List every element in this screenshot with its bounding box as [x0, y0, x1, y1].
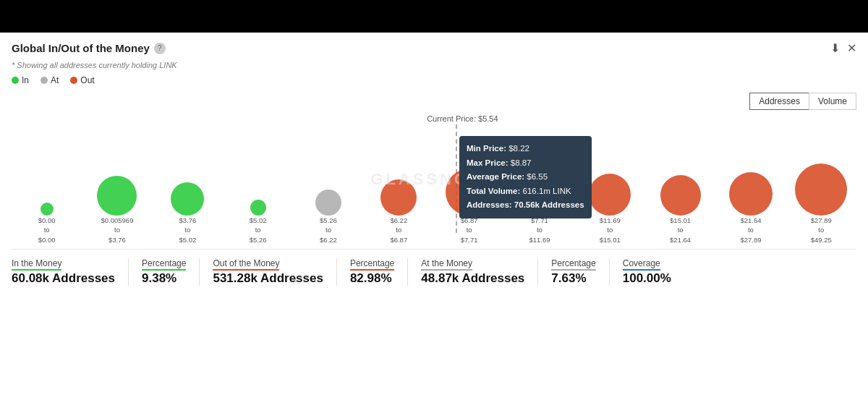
stat-label-3: Coverage — [623, 258, 671, 270]
stat-pct-value-2: 7.63% — [551, 271, 595, 286]
toggle-row: Addresses Volume — [12, 93, 856, 110]
price-label-2: $3.76to$5.02 — [153, 216, 223, 245]
stat-group-2: At the Money48.87k Addresses — [421, 258, 524, 286]
stat-group-3: Coverage100.00% — [623, 258, 671, 286]
widget-title: Global In/Out of the Money — [12, 42, 150, 54]
stat-pct-group-2: Percentage7.63% — [551, 258, 595, 286]
stat-sep-1 — [199, 258, 200, 286]
price-label-11: $27.89to$49.25 — [786, 216, 856, 245]
price-label-4: $5.26to$6.22 — [293, 216, 363, 245]
price-label-6: $6.87to$7.71 — [434, 216, 504, 245]
legend-out: Out — [70, 75, 94, 85]
bubble-col-4 — [293, 129, 363, 216]
bubble-col-3 — [223, 129, 293, 216]
stat-pct-label-1: Percentage — [350, 258, 394, 270]
stat-pct-sep-2 — [537, 258, 538, 286]
stat-value-0: 60.08k Addresses — [12, 271, 115, 286]
bubble-6[interactable] — [446, 169, 493, 216]
stat-label-2: At the Money — [421, 258, 524, 270]
expand-icon[interactable]: ✕ — [847, 41, 856, 55]
stat-pct-label-0: Percentage — [142, 258, 186, 270]
legend-label-in: In — [22, 75, 29, 85]
bubbles-row — [12, 129, 856, 216]
toggle-volume[interactable]: Volume — [809, 93, 856, 110]
bubble-col-9 — [645, 129, 715, 216]
stat-pct-sep-1 — [336, 258, 337, 286]
bubble-10[interactable] — [729, 172, 773, 216]
bubble-col-2 — [153, 129, 223, 216]
stat-sep-3 — [609, 258, 610, 286]
stat-pct-sep-0 — [128, 258, 129, 286]
stat-group-1: Out of the Money531.28k Addresses — [213, 258, 323, 286]
stats-row: In the Money60.08k AddressesPercentage9.… — [12, 254, 856, 286]
price-label-3: $5.02to$5.26 — [223, 216, 293, 245]
widget-container: Global In/Out of the Money ? ⬇ ✕ * Showi… — [0, 33, 868, 294]
top-bar — [0, 0, 868, 33]
legend-dot-at — [41, 77, 48, 84]
price-label-9: $15.01to$21.64 — [645, 216, 715, 245]
stat-pct-group-1: Percentage82.98% — [350, 258, 394, 286]
price-labels-row: $0.00to$0.00$0.005969to$3.76$3.76to$5.02… — [12, 216, 856, 245]
chart-area: Current Price: $5.54 GLASSNODE Min Price… — [12, 114, 856, 245]
bubble-col-11 — [786, 129, 856, 216]
legend-dot-in — [12, 77, 19, 84]
bubble-2[interactable] — [171, 182, 204, 216]
stat-sep-2 — [407, 258, 408, 286]
current-price-label: Current Price: $5.54 — [427, 114, 498, 123]
toggle-addresses[interactable]: Addresses — [749, 93, 809, 110]
legend-label-at: At — [51, 75, 59, 85]
stat-group-0: In the Money60.08k Addresses — [12, 258, 115, 286]
price-label-1: $0.005969to$3.76 — [82, 216, 152, 245]
stat-label-0: In the Money — [12, 258, 115, 270]
bubble-col-5 — [364, 129, 434, 216]
header-icons: ⬇ ✕ — [830, 41, 856, 55]
bubble-11[interactable] — [795, 163, 847, 216]
widget-header: Global In/Out of the Money ? ⬇ ✕ — [12, 41, 856, 55]
bubble-col-8 — [575, 129, 645, 216]
stat-label-1: Out of the Money — [213, 258, 323, 270]
bubble-3[interactable] — [250, 200, 266, 216]
legend-label-out: Out — [80, 75, 94, 85]
bubble-col-1 — [82, 129, 152, 216]
legend-dot-out — [70, 77, 77, 84]
widget-title-row: Global In/Out of the Money ? — [12, 42, 166, 54]
price-label-5: $6.22to$6.87 — [364, 216, 434, 245]
stat-pct-value-1: 82.98% — [350, 271, 394, 286]
bubble-7[interactable] — [517, 171, 562, 216]
bubble-9[interactable] — [660, 175, 701, 216]
bubble-1[interactable] — [97, 176, 137, 216]
chart-subtitle: * Showing all addresses currently holdin… — [12, 61, 856, 69]
price-label-10: $21.64to$27.89 — [715, 216, 786, 245]
legend-at: At — [41, 75, 59, 85]
stat-value-1: 531.28k Addresses — [213, 271, 323, 286]
stats-divider — [12, 249, 856, 250]
help-icon[interactable]: ? — [154, 43, 166, 54]
stat-pct-label-2: Percentage — [551, 258, 595, 270]
bubble-col-0 — [12, 129, 82, 216]
bubble-5[interactable] — [380, 179, 417, 216]
bubble-4[interactable] — [315, 190, 341, 216]
download-icon[interactable]: ⬇ — [830, 41, 840, 55]
price-label-7: $7.71to$11.69 — [504, 216, 574, 245]
price-label-8: $11.69to$15.01 — [575, 216, 645, 245]
bubble-col-7 — [504, 129, 574, 216]
bubble-col-10 — [715, 129, 786, 216]
stat-value-3: 100.00% — [623, 271, 671, 286]
bubble-col-6 — [434, 129, 504, 216]
price-label-0: $0.00to$0.00 — [12, 216, 82, 245]
bubble-8[interactable] — [589, 174, 631, 216]
stat-pct-group-0: Percentage9.38% — [142, 258, 186, 286]
legend: In At Out — [12, 75, 856, 85]
stat-value-2: 48.87k Addresses — [421, 271, 524, 286]
stat-pct-value-0: 9.38% — [142, 271, 186, 286]
legend-in: In — [12, 75, 29, 85]
bubble-0[interactable] — [41, 203, 54, 216]
